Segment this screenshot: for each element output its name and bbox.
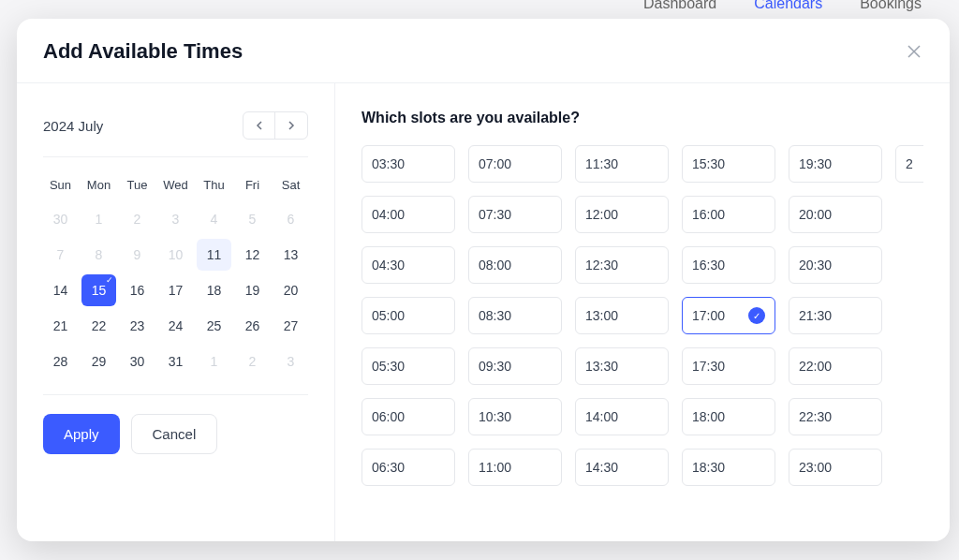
slots-title: Which slots are you available? (361, 110, 931, 126)
time-slot[interactable]: 16:30 (682, 246, 775, 284)
time-slot[interactable]: 13:00 (575, 297, 669, 334)
calendar-day[interactable]: 3 (158, 203, 193, 235)
time-slot[interactable]: 18:00 (682, 398, 775, 435)
time-slot[interactable]: 11:00 (468, 449, 562, 486)
calendar-day[interactable]: 30 (43, 203, 78, 235)
slot-label: 06:30 (372, 460, 405, 475)
time-slot[interactable]: 13:30 (575, 347, 669, 385)
calendar-day[interactable]: 1 (197, 346, 231, 377)
calendar-day[interactable]: 24 (158, 310, 193, 342)
time-slot[interactable]: 14:30 (575, 449, 669, 486)
nav-bookings[interactable]: Bookings (860, 0, 922, 12)
calendar-day[interactable]: 23 (120, 310, 155, 342)
calendar-day[interactable]: 1 (81, 203, 116, 235)
apply-button[interactable]: Apply (43, 414, 120, 454)
slots-column-overflow: 2 (895, 145, 923, 486)
check-icon: ✓ (748, 307, 765, 324)
slot-label: 19:30 (799, 156, 832, 171)
cancel-button[interactable]: Cancel (131, 414, 218, 454)
time-slot[interactable]: 19:30 (789, 145, 882, 183)
time-slot[interactable]: 08:00 (468, 246, 562, 284)
time-slot[interactable]: 12:00 (575, 196, 669, 233)
time-slot[interactable]: 04:30 (361, 246, 455, 284)
calendar-day[interactable]: 9 (120, 239, 155, 271)
time-slot[interactable]: 07:00 (468, 145, 562, 183)
slot-label: 16:30 (692, 258, 725, 273)
slot-label: 22:30 (799, 409, 832, 424)
calendar-day[interactable]: 26 (235, 310, 270, 342)
calendar-day[interactable]: 5 (235, 203, 270, 235)
calendar-day[interactable]: 18 (197, 274, 231, 306)
calendar-day[interactable]: 15✓ (81, 274, 116, 306)
time-slot[interactable]: 05:00 (361, 297, 455, 334)
calendar-day[interactable]: 4 (197, 203, 231, 235)
check-icon: ✓ (106, 275, 113, 285)
time-slot[interactable]: 20:30 (789, 246, 882, 284)
close-button[interactable] (905, 42, 923, 61)
time-slot[interactable]: 12:30 (575, 246, 669, 284)
calendar-day[interactable]: 20 (273, 274, 308, 306)
calendar-grid: SunMonTueWedThuFriSat3012345678910111213… (43, 170, 308, 377)
calendar-day[interactable]: 17 (158, 274, 193, 306)
time-slot[interactable]: 22:00 (789, 347, 882, 385)
time-slot[interactable]: 2 (895, 145, 923, 183)
time-slot[interactable]: 05:30 (361, 347, 455, 385)
time-slot[interactable]: 18:30 (682, 449, 775, 486)
modal-header: Add Available Times (17, 19, 950, 83)
time-slot[interactable]: 06:00 (361, 398, 455, 435)
time-slot[interactable]: 17:30 (682, 347, 775, 385)
time-slot[interactable]: 11:30 (575, 145, 669, 183)
calendar-day[interactable]: 28 (43, 346, 78, 377)
calendar-day[interactable]: 14 (43, 274, 78, 306)
time-slot[interactable]: 08:30 (468, 297, 562, 334)
prev-month-button[interactable] (243, 112, 275, 139)
time-slot[interactable]: 03:30 (361, 145, 455, 183)
calendar-day[interactable]: 3 (273, 346, 308, 377)
slot-label: 22:00 (799, 359, 832, 374)
time-slot[interactable]: 04:00 (361, 196, 455, 233)
calendar-day[interactable]: 16 (120, 274, 155, 306)
calendar-day[interactable]: 29 (81, 346, 116, 377)
nav-calendars[interactable]: Calendars (754, 0, 822, 12)
calendar-day[interactable]: 30 (120, 346, 155, 377)
calendar-day[interactable]: 25 (197, 310, 231, 342)
slot-label: 11:30 (585, 156, 618, 171)
calendar-day[interactable]: 6 (273, 203, 308, 235)
time-slot[interactable]: 09:30 (468, 347, 562, 385)
time-slot[interactable]: 22:30 (789, 398, 882, 435)
time-slot[interactable]: 17:00✓ (682, 297, 775, 334)
time-slot[interactable]: 06:30 (361, 449, 455, 486)
calendar-day[interactable]: 12 (235, 239, 270, 271)
calendar-day[interactable]: 11 (197, 239, 231, 271)
calendar-day[interactable]: 31 (158, 346, 193, 377)
calendar-day[interactable]: 7 (43, 239, 78, 271)
time-slot[interactable]: 21:30 (789, 297, 882, 334)
calendar-nav (243, 111, 308, 140)
time-slot[interactable]: 10:30 (468, 398, 562, 435)
calendar-day[interactable]: 13 (273, 239, 308, 271)
calendar-day[interactable]: 2 (235, 346, 270, 377)
calendar-day[interactable]: 8 (81, 239, 116, 271)
slot-label: 20:00 (799, 207, 832, 222)
calendar-day[interactable]: 21 (43, 310, 78, 342)
time-slot[interactable]: 07:30 (468, 196, 562, 233)
slot-label: 08:00 (479, 258, 511, 273)
time-slot[interactable]: 16:00 (682, 196, 775, 233)
next-month-button[interactable] (275, 112, 307, 139)
calendar-day[interactable]: 19 (235, 274, 270, 306)
calendar-day[interactable]: 22 (81, 310, 116, 342)
slot-label: 14:00 (585, 409, 618, 424)
time-slot[interactable]: 23:00 (789, 449, 882, 486)
nav-dashboard[interactable]: Dashboard (643, 0, 716, 12)
calendar-day[interactable]: 27 (273, 310, 308, 342)
chevron-left-icon (256, 121, 263, 130)
modal-title: Add Available Times (43, 39, 243, 64)
calendar-day[interactable]: 2 (120, 203, 155, 235)
slot-label: 03:30 (372, 156, 405, 171)
calendar-day[interactable]: 10 (158, 239, 193, 271)
time-slot[interactable]: 15:30 (682, 145, 775, 183)
time-slot[interactable]: 14:00 (575, 398, 669, 435)
time-slot[interactable]: 20:00 (789, 196, 882, 233)
slot-label: 04:00 (372, 207, 405, 222)
slot-label: 07:30 (479, 207, 511, 222)
